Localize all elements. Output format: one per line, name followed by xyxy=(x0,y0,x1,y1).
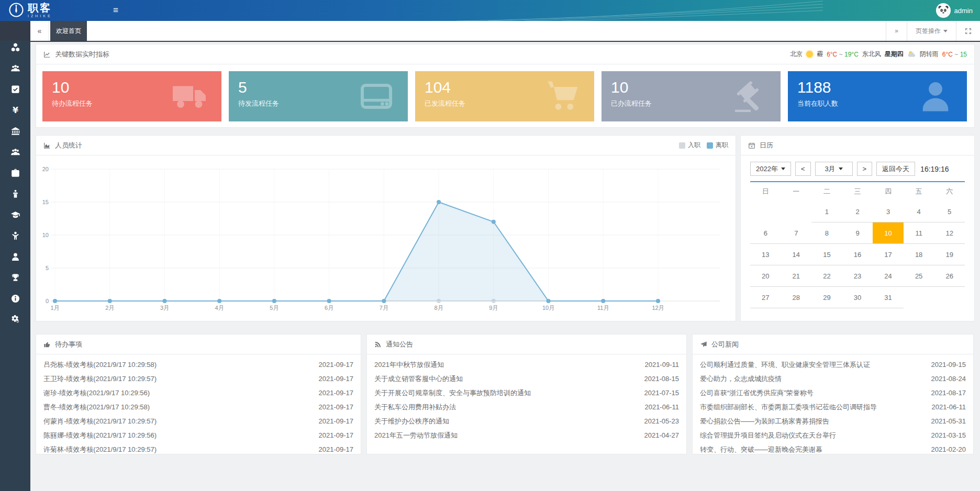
calendar-day-22[interactable]: 22 xyxy=(811,265,842,287)
calendar-day-24[interactable]: 24 xyxy=(873,265,904,287)
fullscreen-icon[interactable] xyxy=(956,21,980,41)
item-title[interactable]: 关于成立销管客服中心的通知 xyxy=(374,374,470,384)
item-title[interactable]: 陈丽娜-绩效考核(2021/9/17 10:29:56) xyxy=(43,431,164,440)
calendar-day-26[interactable]: 26 xyxy=(934,265,965,287)
calendar-day-21[interactable]: 21 xyxy=(781,265,812,287)
sidebar-item-user[interactable] xyxy=(0,246,30,267)
list-item[interactable]: 爱心助力，众志成城抗疫情2021-08-24 xyxy=(700,372,966,386)
tab-home[interactable]: 欢迎首页 xyxy=(50,21,87,41)
item-title[interactable]: 谢珍-绩效考核(2021/9/17 10:29:56) xyxy=(43,388,157,398)
item-title[interactable]: 市委组织部副部长、市委两新工委项书记莅临公司调研指导 xyxy=(700,403,884,412)
user-avatar[interactable] xyxy=(936,3,951,18)
calendar-day-12[interactable]: 12 xyxy=(934,222,965,244)
tab-actions-dropdown[interactable]: 页签操作 xyxy=(907,21,956,41)
sidebar-item-check-square[interactable] xyxy=(0,79,30,99)
menu-toggle-icon[interactable]: ≡ xyxy=(108,0,124,21)
item-title[interactable]: 曹冬-绩效考核(2021/9/17 10:29:58) xyxy=(43,403,157,412)
stat-card-2[interactable]: 5待发流程任务 xyxy=(229,71,408,121)
list-item[interactable]: 关于成立销管客服中心的通知2021-08-15 xyxy=(374,372,679,386)
user-menu[interactable]: admin xyxy=(936,0,973,21)
tabs-scroll-left-icon[interactable]: « xyxy=(30,21,49,41)
calendar-day-3[interactable]: 3 xyxy=(873,201,904,222)
sidebar-item-graduation-cap[interactable] xyxy=(0,204,30,225)
item-title[interactable]: 关于私车公用费用补贴办法 xyxy=(374,403,463,412)
calendar-day-20[interactable]: 20 xyxy=(750,265,781,287)
stat-card-5[interactable]: 1188当前在职人数 xyxy=(788,71,967,121)
calendar-day-18[interactable]: 18 xyxy=(904,244,934,265)
calendar-day-27[interactable]: 27 xyxy=(750,287,781,308)
sidebar-item-users[interactable] xyxy=(0,58,30,79)
list-item[interactable]: 2021年中秋节放假通知2021-09-11 xyxy=(374,358,679,372)
calendar-day-23[interactable]: 23 xyxy=(842,265,873,287)
list-item[interactable]: 关于开展公司规章制度、安全与事故预防培训的通知2021-07-15 xyxy=(374,386,679,400)
sidebar-item-info[interactable] xyxy=(0,288,30,309)
calendar-day-6[interactable]: 6 xyxy=(750,222,781,244)
list-item[interactable]: 王卫玲-绩效考核(2021/9/17 10:29:57)2021-09-17 xyxy=(43,372,353,386)
calendar-prev-button[interactable]: < xyxy=(795,162,811,176)
item-title[interactable]: 吕尧栋-绩效考核(2021/9/17 10:29:58) xyxy=(43,360,164,370)
sidebar-item-bank[interactable] xyxy=(0,120,30,141)
list-item[interactable]: 吕尧栋-绩效考核(2021/9/17 10:29:58)2021-09-17 xyxy=(43,358,353,372)
stat-card-1[interactable]: 10待办流程任务 xyxy=(42,71,221,121)
item-title[interactable]: 关于维护办公秩序的通知 xyxy=(374,417,456,426)
legend-item[interactable]: 入职 xyxy=(679,141,700,150)
list-item[interactable]: 何蒙肖-绩效考核(2021/9/17 10:29:57)2021-09-17 xyxy=(43,414,353,428)
list-item[interactable]: 爱心捐款公告——为装卸工杨家青募捐报告2021-05-31 xyxy=(700,414,966,428)
calendar-day-4[interactable]: 4 xyxy=(904,201,934,222)
calendar-next-button[interactable]: > xyxy=(857,162,873,176)
item-title[interactable]: 综合管理提升项目签约及启动仪式在天台举行 xyxy=(700,431,843,440)
sidebar-item-team[interactable] xyxy=(0,141,30,162)
calendar-day-1[interactable]: 1 xyxy=(811,201,842,222)
list-item[interactable]: 转变、行动、突破——迎新晚会完美谢幕2021-02-20 xyxy=(700,442,966,456)
calendar-day-10[interactable]: 10 xyxy=(873,222,904,244)
item-title[interactable]: 爱心捐款公告——为装卸工杨家青募捐报告 xyxy=(700,417,837,426)
item-title[interactable]: 关于开展公司规章制度、安全与事故预防培训的通知 xyxy=(374,388,538,398)
calendar-day-16[interactable]: 16 xyxy=(842,244,873,265)
calendar-day-19[interactable]: 19 xyxy=(934,244,965,265)
sidebar-item-child[interactable] xyxy=(0,225,30,246)
list-item[interactable]: 公司喜获“浙江省优秀供应商”荣誉称号2021-08-17 xyxy=(700,386,966,400)
item-title[interactable]: 2021年中秋节放假通知 xyxy=(374,360,451,370)
calendar-day-30[interactable]: 30 xyxy=(842,287,873,308)
calendar-day-31[interactable]: 31 xyxy=(873,287,904,308)
item-title[interactable]: 何蒙肖-绩效考核(2021/9/17 10:29:57) xyxy=(43,417,164,426)
sidebar-item-yen[interactable]: ¥ xyxy=(0,99,30,120)
item-title[interactable]: 2021年五一劳动节放假通知 xyxy=(374,431,465,440)
list-item[interactable]: 许菊林-绩效考核(2021/9/17 10:29:57)2021-09-17 xyxy=(43,442,353,456)
list-item[interactable]: 谢珍-绩效考核(2021/9/17 10:29:56)2021-09-17 xyxy=(43,386,353,400)
calendar-day-13[interactable]: 13 xyxy=(750,244,781,265)
sidebar-item-trophy[interactable] xyxy=(0,267,30,288)
calendar-day-2[interactable]: 2 xyxy=(842,201,873,222)
calendar-year-select[interactable]: 2022年 xyxy=(750,162,791,176)
calendar-today-button[interactable]: 返回今天 xyxy=(876,162,915,176)
item-title[interactable]: 转变、行动、突破——迎新晚会完美谢幕 xyxy=(700,445,830,454)
calendar-day-29[interactable]: 29 xyxy=(811,287,842,308)
item-title[interactable]: 爱心助力，众志成城抗疫情 xyxy=(700,374,789,384)
sidebar-item-gears[interactable] xyxy=(0,309,30,330)
list-item[interactable]: 关于私车公用费用补贴办法2021-06-11 xyxy=(374,400,679,414)
item-title[interactable]: 公司顺利通过质量、环境、职业健康安全管理三体系认证 xyxy=(700,360,877,370)
calendar-day-5[interactable]: 5 xyxy=(934,201,965,222)
sidebar-item-briefcase[interactable] xyxy=(0,162,30,183)
calendar-day-8[interactable]: 8 xyxy=(811,222,842,244)
legend-item[interactable]: 离职 xyxy=(707,141,728,150)
calendar-day-17[interactable]: 17 xyxy=(873,244,904,265)
stat-card-4[interactable]: 10已办流程任务 xyxy=(602,71,781,121)
sidebar-item-podium[interactable] xyxy=(0,183,30,204)
calendar-day-7[interactable]: 7 xyxy=(781,222,812,244)
list-item[interactable]: 综合管理提升项目签约及启动仪式在天台举行2021-03-15 xyxy=(700,428,966,442)
item-title[interactable]: 许菊林-绩效考核(2021/9/17 10:29:57) xyxy=(43,445,164,454)
list-item[interactable]: 关于维护办公秩序的通知2021-05-23 xyxy=(374,414,679,428)
list-item[interactable]: 陈丽娜-绩效考核(2021/9/17 10:29:56)2021-09-17 xyxy=(43,428,353,442)
list-item[interactable]: 2021年五一劳动节放假通知2021-04-27 xyxy=(374,428,679,442)
app-logo[interactable]: 职客 IZHIKE xyxy=(8,2,52,18)
item-title[interactable]: 公司喜获“浙江省优秀供应商”荣誉称号 xyxy=(700,388,821,398)
list-item[interactable]: 公司顺利通过质量、环境、职业健康安全管理三体系认证2021-09-15 xyxy=(700,358,966,372)
list-item[interactable]: 曹冬-绩效考核(2021/9/17 10:29:58)2021-09-17 xyxy=(43,400,353,414)
calendar-day-11[interactable]: 11 xyxy=(904,222,934,244)
tabs-scroll-right-icon[interactable]: » xyxy=(886,21,907,41)
calendar-day-28[interactable]: 28 xyxy=(781,287,812,308)
calendar-month-select[interactable]: 3月 xyxy=(815,162,853,176)
calendar-day-14[interactable]: 14 xyxy=(781,244,812,265)
item-title[interactable]: 王卫玲-绩效考核(2021/9/17 10:29:57) xyxy=(43,374,164,384)
